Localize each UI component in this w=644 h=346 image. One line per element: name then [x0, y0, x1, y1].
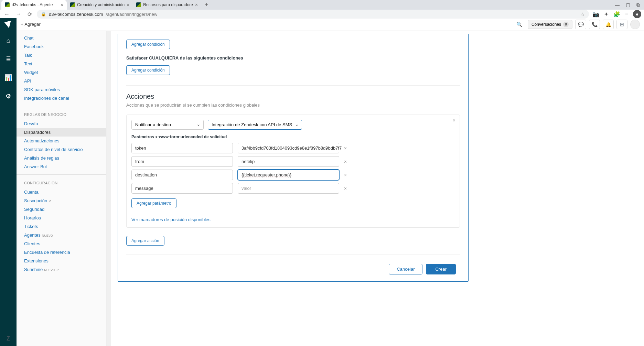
param-key-input[interactable]: from [131, 156, 233, 167]
app-root: ⌂ ≣ 📊 ⚙ Z + Agregar 🔍 Conversaciones 0 💬… [0, 18, 644, 346]
home-icon[interactable]: ⌂ [1, 34, 15, 47]
url-path: /agent/admin/triggers/new [106, 12, 158, 17]
remove-row-icon[interactable]: × [344, 186, 347, 191]
param-row: from netelip × [131, 156, 455, 167]
param-value-input[interactable]: {{ticket.requester.phone}} [238, 170, 339, 180]
target-select[interactable]: Integración de Zendesk con API de SMS [208, 120, 302, 130]
remove-row-icon[interactable]: × [344, 159, 347, 164]
sidebar-item-disparadores[interactable]: Disparadores [17, 128, 106, 137]
puzzle-icon[interactable]: 🧩 [613, 11, 620, 18]
views-icon[interactable]: ≣ [1, 53, 15, 65]
browser-tab-active[interactable]: d3v-telcombs - Agente × [1, 0, 67, 10]
search-icon: 🔍 [516, 22, 522, 27]
add-condition-any-button[interactable]: Agregar condición [126, 65, 170, 75]
create-button[interactable]: Crear [426, 264, 456, 274]
scrollbar[interactable] [107, 31, 111, 346]
sidebar-item-clientes[interactable]: Clientes [17, 239, 106, 248]
param-row: destination {{ticket.requester.phone}} × [131, 170, 455, 180]
chat-icon[interactable]: 💬 [575, 20, 586, 29]
search-button[interactable]: 🔍 [514, 20, 525, 29]
close-icon[interactable]: × [127, 2, 129, 8]
sidebar-item-desvio[interactable]: Desvío [17, 119, 106, 128]
sidebar-item-channel-integrations[interactable]: Integraciones de canal [17, 94, 106, 102]
admin-sidebar[interactable]: Chat Facebook Talk Text Widget API SDK p… [17, 31, 107, 346]
top-bar-right: 🔍 Conversaciones 0 💬 📞 🔔 ⊞ [514, 20, 640, 29]
add-param-button[interactable]: Agregar parámetro [131, 198, 176, 208]
browser-tab[interactable]: Recursos para disparadore × [133, 0, 201, 10]
maximize-icon[interactable]: ▢ [626, 2, 630, 8]
sidebar-item-text[interactable]: Text [17, 60, 106, 68]
add-button[interactable]: + Agregar [21, 22, 41, 27]
sidebar-item-sunshine[interactable]: SunshineNUEVO [17, 265, 106, 274]
browser-tab[interactable]: Creación y administración × [67, 0, 133, 10]
reload-button[interactable]: ⟳ [26, 10, 33, 18]
sidebar-item-cuenta[interactable]: Cuenta [17, 188, 106, 196]
reports-icon[interactable]: 📊 [1, 72, 15, 84]
sidebar-item-automatizaciones[interactable]: Automatizaciones [17, 137, 106, 145]
extension-icon[interactable]: ✦ [604, 11, 609, 18]
phone-icon[interactable]: 📞 [589, 20, 600, 29]
sidebar-item-widget[interactable]: Widget [17, 68, 106, 77]
sidebar-item-sla[interactable]: Contratos de nivel de servicio [17, 145, 106, 154]
content-area: Chat Facebook Talk Text Widget API SDK p… [17, 31, 644, 346]
param-key-input[interactable]: destination [131, 170, 233, 180]
bell-icon[interactable]: 🔔 [603, 20, 614, 29]
camera-icon[interactable]: 📷 [592, 11, 599, 18]
browser-chrome: d3v-telcombs - Agente × Creación y admin… [0, 0, 644, 18]
apps-icon[interactable]: ⊞ [616, 20, 627, 29]
params-label: Parámetros x-www-form-urlencoded de soli… [131, 134, 455, 139]
actions-title: Acciones [126, 93, 460, 100]
action-type-select[interactable]: Notificar a destino [131, 120, 204, 130]
sidebar-item-talk[interactable]: Talk [17, 51, 106, 60]
new-tab-button[interactable]: + [201, 1, 212, 9]
sidebar-item-encuesta[interactable]: Encuesta de referencia [17, 248, 106, 257]
close-icon[interactable]: × [61, 2, 63, 8]
param-key-input[interactable]: message [131, 183, 233, 194]
sidebar-item-extensiones[interactable]: Extensiones [17, 257, 106, 265]
sidebar-item-seguridad[interactable]: Seguridad [17, 205, 106, 214]
remove-row-icon[interactable]: × [344, 172, 347, 178]
param-value-input[interactable]: valor [238, 183, 339, 194]
sidebar-item-suscripcion[interactable]: Suscripción [17, 196, 106, 205]
param-key-input[interactable]: token [131, 143, 233, 153]
add-action-button[interactable]: Agregar acción [126, 236, 164, 246]
admin-icon[interactable]: ⚙ [1, 90, 15, 102]
add-condition-all-button[interactable]: Agregar condición [126, 40, 170, 49]
zendesk-mark-icon[interactable]: Z [7, 336, 10, 342]
sidebar-item-api[interactable]: API [17, 77, 106, 85]
sidebar-section-config: CONFIGURACIÓN [17, 174, 106, 188]
sidebar-item-facebook[interactable]: Facebook [17, 42, 106, 51]
profile-avatar[interactable]: ● [633, 10, 641, 18]
user-avatar[interactable] [630, 20, 640, 29]
sidebar-item-sdk[interactable]: SDK para móviles [17, 85, 106, 94]
toolbar-right: 📷 ✦ 🧩 ≡ ● [592, 10, 641, 18]
star-icon[interactable]: ☆ [581, 12, 585, 17]
conversations-badge: 0 [563, 22, 569, 27]
url-input[interactable]: 🔒 d3v-telcombs.zendesk.com/agent/admin/t… [37, 10, 589, 19]
sidebar-item-chat[interactable]: Chat [17, 34, 106, 42]
cancel-button[interactable]: Cancelar [389, 264, 422, 274]
conversations-button[interactable]: Conversaciones 0 [528, 20, 572, 29]
forward-button[interactable]: → [14, 10, 23, 18]
favicon-icon [5, 2, 10, 7]
sidebar-item-answerbot[interactable]: Answer Bot [17, 162, 106, 171]
close-icon[interactable]: × [195, 2, 198, 8]
param-row: message valor × [131, 183, 455, 194]
sidebar-item-agentes[interactable]: AgentesNUEVO [17, 231, 106, 239]
sidebar-item-horarios[interactable]: Horarios [17, 214, 106, 222]
placeholders-link[interactable]: Ver marcadores de posición disponibles [131, 217, 211, 222]
sidebar-item-analisis[interactable]: Análisis de reglas [17, 154, 106, 162]
close-icon[interactable]: × [453, 118, 455, 123]
back-button[interactable]: ← [3, 10, 11, 18]
url-host: d3v-telcombs.zendesk.com [49, 12, 103, 17]
remove-row-icon[interactable]: × [344, 145, 347, 151]
zendesk-logo-icon[interactable] [4, 21, 12, 29]
list-icon[interactable]: ≡ [625, 11, 628, 17]
main-panel[interactable]: Agregar condición Satisfacer CUALQUIERA … [111, 31, 644, 346]
sidebar-item-tickets[interactable]: Tickets [17, 222, 106, 231]
minimize-icon[interactable]: — [615, 2, 620, 8]
param-value-input[interactable]: netelip [238, 156, 339, 167]
param-value-input[interactable]: 3af4bb9cfd703fd1804093cd9e8e1f897b8d9bdb… [238, 143, 339, 153]
action-card: × Notificar a destino Integración de Zen… [126, 115, 460, 228]
restore-icon[interactable]: ⧉ [636, 2, 640, 8]
